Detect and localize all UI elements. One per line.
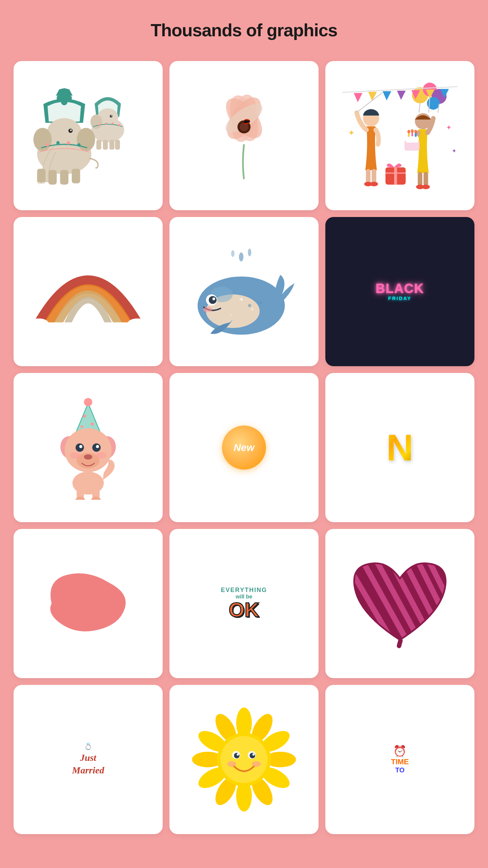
svg-text:✦: ✦	[452, 148, 456, 154]
svg-point-12	[118, 124, 120, 126]
card-birthday[interactable]: ✦ ✦ ✦	[325, 61, 474, 210]
svg-point-41	[247, 120, 249, 122]
card-flower[interactable]	[169, 61, 319, 210]
rings-icon: 💍	[72, 742, 104, 750]
card-timeto[interactable]: ⏰ TIME TO	[325, 685, 474, 834]
svg-text:✦: ✦	[446, 124, 452, 131]
svg-point-92	[248, 304, 251, 307]
svg-point-97	[91, 422, 94, 426]
card-blob[interactable]	[14, 529, 163, 678]
justmarried-content: 💍 JustMarried	[72, 742, 104, 776]
page-title: Thousands of graphics	[14, 20, 474, 41]
card-new[interactable]: New	[169, 373, 319, 522]
svg-rect-54	[366, 169, 371, 183]
timeto-content: ⏰ TIME TO	[388, 741, 412, 777]
justmarried-text: JustMarried	[72, 752, 104, 776]
svg-point-144	[252, 753, 255, 756]
svg-point-26	[70, 130, 72, 131]
svg-point-145	[227, 761, 236, 767]
svg-point-143	[237, 753, 239, 756]
dog-illustration	[36, 395, 140, 500]
svg-point-87	[212, 297, 215, 300]
birthday-illustration: ✦ ✦ ✦	[337, 72, 463, 199]
heart-illustration	[344, 548, 456, 659]
ok-top-text: EVERYTHING	[221, 587, 267, 594]
svg-marker-46	[354, 93, 363, 102]
card-justmarried[interactable]: 💍 JustMarried	[14, 685, 163, 834]
svg-point-11	[112, 122, 114, 124]
blackfriday-text: BLACK	[376, 282, 424, 295]
card-rainbow[interactable]	[14, 217, 163, 366]
svg-point-146	[252, 761, 261, 767]
svg-rect-21	[60, 170, 68, 184]
svg-rect-19	[37, 169, 46, 183]
svg-rect-4	[103, 140, 108, 150]
svg-marker-48	[383, 91, 391, 100]
flower-illustration	[192, 83, 296, 188]
card-heart[interactable]	[325, 529, 474, 678]
svg-marker-47	[368, 92, 377, 101]
svg-point-96	[83, 415, 86, 418]
timeto-line2: TO	[391, 766, 409, 774]
svg-point-10	[105, 122, 107, 124]
svg-point-16	[47, 118, 82, 148]
blob-illustration	[36, 551, 140, 656]
svg-point-28	[56, 141, 60, 144]
svg-text:✦: ✦	[239, 295, 244, 303]
svg-point-107	[79, 445, 82, 448]
new-bubble: New	[222, 426, 266, 470]
svg-point-62	[422, 184, 430, 189]
svg-rect-76	[32, 322, 144, 336]
card-ok[interactable]: EVERYTHING will be OK	[169, 529, 319, 678]
svg-rect-60	[424, 172, 428, 186]
svg-point-104	[84, 454, 93, 459]
ok-main-text: OK	[221, 600, 267, 620]
svg-point-9	[99, 124, 101, 126]
svg-point-93	[259, 301, 262, 304]
svg-point-8	[111, 115, 112, 116]
svg-point-69	[411, 129, 414, 133]
svg-rect-22	[72, 169, 80, 183]
blackfriday-subtext: FRIDAY	[376, 296, 424, 301]
svg-point-70	[414, 130, 418, 133]
svg-point-88	[203, 307, 212, 312]
card-sun[interactable]	[169, 685, 319, 834]
ok-text-wrap: EVERYTHING will be OK	[218, 583, 270, 624]
svg-marker-49	[397, 91, 406, 100]
svg-point-98	[81, 425, 83, 428]
svg-rect-124	[396, 638, 403, 649]
svg-point-138	[221, 736, 268, 783]
svg-point-110	[96, 452, 106, 458]
svg-rect-24	[42, 182, 44, 184]
svg-point-108	[96, 445, 99, 448]
n-letter-text: N	[386, 426, 413, 469]
svg-point-141	[234, 753, 240, 758]
card-whale[interactable]: ✦ ✦ •	[169, 217, 319, 366]
svg-point-30	[77, 143, 81, 146]
svg-point-79	[239, 252, 243, 261]
svg-point-86	[209, 296, 217, 304]
whale-illustration: ✦ ✦ •	[188, 236, 300, 348]
card-elephants[interactable]	[14, 61, 163, 210]
card-dog[interactable]	[14, 373, 163, 522]
svg-text:✦: ✦	[348, 128, 355, 137]
svg-rect-6	[115, 140, 120, 150]
svg-point-99	[84, 398, 93, 406]
svg-point-142	[250, 753, 256, 758]
card-blackfriday[interactable]: BLACK FRIDAY	[325, 217, 474, 366]
elephants-illustration	[28, 76, 148, 195]
svg-rect-20	[48, 170, 57, 184]
svg-point-68	[407, 130, 410, 133]
card-n-letter[interactable]: N	[325, 373, 474, 522]
rainbow-illustration	[32, 236, 144, 348]
svg-point-27	[46, 143, 49, 146]
graphics-grid: ✦ ✦ ✦	[14, 61, 474, 834]
svg-point-29	[67, 141, 70, 144]
svg-point-80	[248, 249, 251, 256]
svg-rect-55	[372, 169, 377, 183]
svg-text:•: •	[230, 313, 232, 318]
svg-rect-5	[109, 140, 115, 150]
svg-rect-3	[96, 140, 101, 150]
svg-rect-23	[38, 182, 40, 184]
svg-point-57	[370, 182, 378, 186]
